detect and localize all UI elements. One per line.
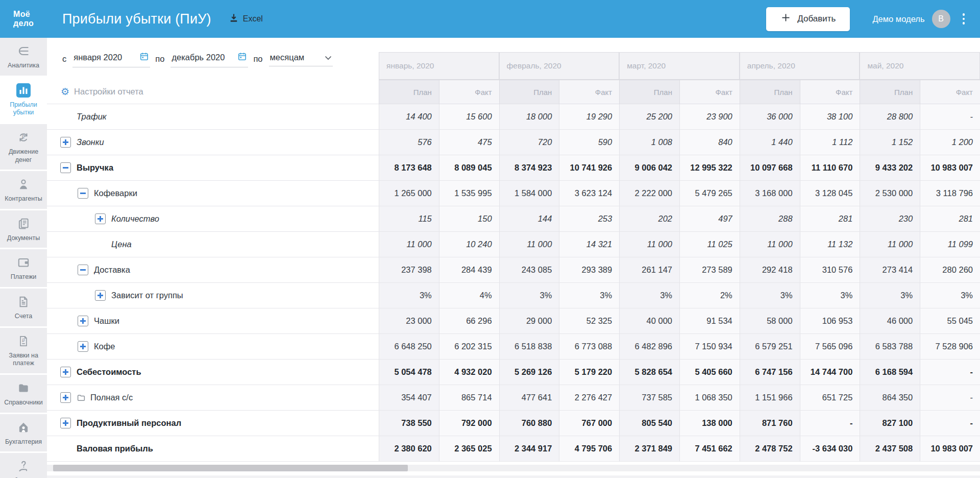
sidebar-item-documents[interactable]: Документы [0,210,47,248]
value-cell[interactable]: 7 150 934 [679,334,740,360]
expand-plus-icon[interactable] [60,418,71,428]
value-cell[interactable]: 25 200 [619,104,679,130]
value-cell[interactable]: 11 025 [679,232,740,257]
value-cell[interactable]: 11 000 [379,232,439,257]
value-cell[interactable]: 11 000 [499,232,559,257]
value-cell[interactable]: 1 200 [920,130,980,155]
value-cell[interactable]: 2% [679,283,740,308]
value-cell[interactable]: 6 202 315 [439,334,499,360]
value-cell[interactable]: - [920,411,980,436]
value-cell[interactable]: 253 [559,206,619,232]
value-cell[interactable]: 15 600 [439,104,499,130]
value-cell[interactable]: 6 773 088 [559,334,619,360]
value-cell[interactable]: 720 [499,130,559,155]
value-cell[interactable]: 864 350 [860,385,920,411]
value-cell[interactable]: 792 000 [439,411,499,436]
scrollbar-thumb[interactable] [53,465,408,471]
value-cell[interactable]: 9 006 042 [619,155,679,181]
value-cell[interactable]: 2 276 427 [559,385,619,411]
value-cell[interactable]: 1 112 [800,130,860,155]
value-cell[interactable]: 2 371 849 [619,436,679,462]
avatar[interactable]: B [932,10,950,28]
sidebar-item-directories[interactable]: Справочники [0,375,47,413]
expand-plus-icon[interactable] [95,213,106,224]
value-cell[interactable]: 12 995 322 [679,155,740,181]
sidebar-item-payments[interactable]: Платежи [0,249,47,287]
value-cell[interactable]: 6 482 896 [619,334,679,360]
calendar-icon[interactable] [139,52,149,63]
sidebar-item-accounting[interactable]: Бухгалтерия [0,414,47,452]
value-cell[interactable]: 6 579 251 [740,334,800,360]
value-cell[interactable]: 46 000 [860,308,920,334]
value-cell[interactable]: 5 179 220 [559,360,619,385]
value-cell[interactable]: 3 118 796 [920,181,980,206]
value-cell[interactable]: 66 296 [439,308,499,334]
value-cell[interactable]: 2 478 752 [740,436,800,462]
value-cell[interactable]: 767 000 [559,411,619,436]
value-cell[interactable]: 38 100 [800,104,860,130]
value-cell[interactable]: 11 110 670 [800,155,860,181]
value-cell[interactable]: 8 374 923 [499,155,559,181]
value-cell[interactable]: 273 414 [860,257,920,283]
value-cell[interactable]: 805 540 [619,411,679,436]
value-cell[interactable]: 292 418 [740,257,800,283]
expand-plus-icon[interactable] [95,290,106,301]
value-cell[interactable]: - [920,385,980,411]
value-cell[interactable]: 3% [740,283,800,308]
value-cell[interactable]: 2 365 025 [439,436,499,462]
value-cell[interactable]: 3% [860,283,920,308]
value-cell[interactable]: 106 953 [800,308,860,334]
value-cell[interactable]: 1 265 000 [379,181,439,206]
value-cell[interactable]: 9 433 202 [860,155,920,181]
value-cell[interactable]: 10 983 007 [920,436,980,462]
value-cell[interactable]: 7 565 096 [800,334,860,360]
value-cell[interactable]: 7 528 906 [920,334,980,360]
value-cell[interactable]: 760 880 [499,411,559,436]
value-cell[interactable]: - [800,411,860,436]
value-cell[interactable]: 4 795 706 [559,436,619,462]
value-cell[interactable]: 2 380 620 [379,436,439,462]
expand-plus-icon[interactable] [60,392,71,403]
value-cell[interactable]: 230 [860,206,920,232]
value-cell[interactable]: 6 168 594 [860,360,920,385]
value-cell[interactable]: 6 648 250 [379,334,439,360]
account-name[interactable]: Демо модель [872,14,924,24]
value-cell[interactable]: 8 173 648 [379,155,439,181]
value-cell[interactable]: 58 000 [740,308,800,334]
value-cell[interactable]: -3 634 030 [800,436,860,462]
value-cell[interactable]: 2 437 508 [860,436,920,462]
value-cell[interactable]: - [920,104,980,130]
value-cell[interactable]: 293 389 [559,257,619,283]
value-cell[interactable]: 14 400 [379,104,439,130]
sidebar-item-education[interactable]: Обучение [0,453,47,478]
period-from-input[interactable]: января 2020 [72,51,150,67]
collapse-minus-icon[interactable] [78,265,88,275]
value-cell[interactable]: 5 828 654 [619,360,679,385]
report-settings-button[interactable]: ⚙ Настройки отчета [47,80,379,104]
value-cell[interactable]: - [920,360,980,385]
value-cell[interactable]: 23 900 [679,104,740,130]
value-cell[interactable]: 6 518 838 [499,334,559,360]
kebab-menu-icon[interactable] [961,11,967,27]
sidebar-item-profit-loss[interactable]: Прибыли убытки [0,77,47,123]
collapse-minus-icon[interactable] [60,162,71,173]
sidebar-item-contractors[interactable]: Контрагенты [0,171,47,209]
value-cell[interactable]: 10 097 668 [740,155,800,181]
value-cell[interactable]: 5 405 660 [679,360,740,385]
value-cell[interactable]: 40 000 [619,308,679,334]
collapse-minus-icon[interactable] [78,188,88,199]
value-cell[interactable]: 3 623 124 [559,181,619,206]
value-cell[interactable]: 243 085 [499,257,559,283]
value-cell[interactable]: 6 747 156 [740,360,800,385]
value-cell[interactable]: 354 407 [379,385,439,411]
sidebar-item-invoices[interactable]: Счета [0,289,47,326]
value-cell[interactable]: 475 [439,130,499,155]
sidebar-item-cash-flow[interactable]: ₽Движение денег [0,124,47,170]
value-cell[interactable]: 3 128 045 [800,181,860,206]
value-cell[interactable]: 284 439 [439,257,499,283]
value-cell[interactable]: 651 725 [800,385,860,411]
value-cell[interactable]: 18 000 [499,104,559,130]
value-cell[interactable]: 14 321 [559,232,619,257]
value-cell[interactable]: 5 479 265 [679,181,740,206]
value-cell[interactable]: 11 000 [860,232,920,257]
